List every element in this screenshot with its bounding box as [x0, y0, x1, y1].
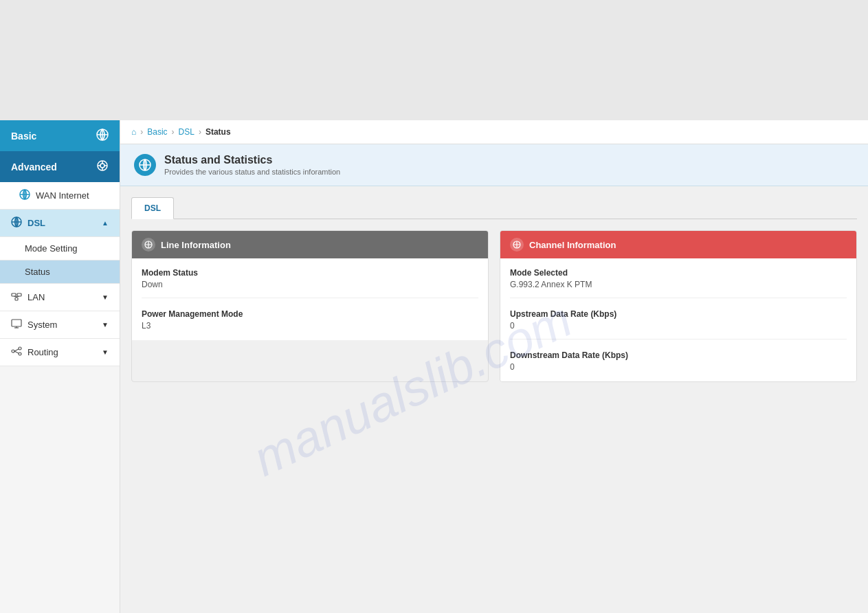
breadcrumb-dsl[interactable]: DSL: [179, 127, 194, 137]
advanced-icon: [96, 159, 109, 174]
page-subtitle: Provides the various status and statisti…: [164, 168, 340, 176]
line-info-header: Line Information: [132, 231, 488, 258]
svg-point-26: [19, 353, 21, 355]
dsl-label: DSL: [27, 218, 45, 228]
page-header-icon: [134, 154, 156, 176]
svg-rect-20: [17, 293, 21, 296]
routing-label: Routing: [27, 347, 58, 357]
sidebar-section-routing[interactable]: Routing ▼: [0, 339, 120, 366]
upstream-rate-label: Upstream Data Rate (Kbps): [510, 309, 847, 319]
mode-selected-value: G.993.2 Annex K PTM: [510, 280, 847, 289]
modem-status-label: Modem Status: [142, 268, 478, 278]
sidebar: Basic Advanced: [0, 120, 120, 613]
downstream-rate-value: 0: [510, 362, 847, 372]
routing-chevron-icon: ▼: [102, 348, 109, 356]
sidebar-item-wan-internet[interactable]: WAN Internet: [0, 182, 120, 210]
tab-dsl[interactable]: DSL: [131, 197, 174, 219]
channel-info-title: Channel Information: [529, 240, 616, 250]
sidebar-section-system[interactable]: System ▼: [0, 311, 120, 339]
power-management-row: Power Management Mode L3: [142, 309, 478, 331]
sidebar-item-advanced[interactable]: Advanced: [0, 151, 120, 182]
svg-point-24: [12, 350, 14, 353]
svg-line-28: [14, 351, 19, 353]
power-mgmt-value: L3: [142, 321, 478, 331]
basic-icon: [96, 129, 109, 143]
system-icon: [11, 318, 22, 331]
tab-bar: DSL: [131, 197, 857, 219]
sidebar-item-basic[interactable]: Basic: [0, 120, 120, 151]
power-mgmt-label: Power Management Mode: [142, 309, 478, 319]
svg-rect-15: [12, 293, 16, 296]
basic-label: Basic: [11, 131, 36, 142]
status-label: Status: [25, 267, 50, 277]
downstream-rate-label: Downstream Data Rate (Kbps): [510, 350, 847, 360]
panels-row: Line Information Modem Status Down Power…: [131, 230, 857, 382]
upstream-rate-row: Upstream Data Rate (Kbps) 0: [510, 309, 847, 339]
breadcrumb-sep2: ›: [172, 127, 175, 137]
upstream-rate-value: 0: [510, 321, 847, 331]
mode-selected-label: Mode Selected: [510, 268, 847, 278]
channel-info-header: Channel Information: [500, 231, 856, 258]
breadcrumb-basic[interactable]: Basic: [147, 127, 167, 137]
dsl-chevron-icon: ▲: [102, 219, 109, 227]
breadcrumb-sep1: ›: [140, 127, 143, 137]
advanced-label: Advanced: [11, 161, 57, 172]
svg-point-4: [100, 164, 104, 168]
home-icon[interactable]: ⌂: [131, 127, 136, 137]
breadcrumb-sep3: ›: [199, 127, 201, 137]
page-header: Status and Statistics Provides the vario…: [120, 144, 868, 186]
main-content: ⌂ › Basic › DSL › Status: [120, 120, 868, 613]
breadcrumb-status: Status: [205, 127, 231, 137]
routing-icon: [11, 346, 22, 359]
line-information-panel: Line Information Modem Status Down Power…: [131, 230, 489, 382]
channel-info-icon: [510, 238, 524, 252]
svg-rect-21: [12, 320, 21, 326]
sidebar-item-status[interactable]: Status: [0, 260, 120, 284]
page-title: Status and Statistics: [164, 154, 340, 166]
wan-internet-label: WAN Internet: [36, 190, 89, 201]
channel-information-panel: Channel Information Mode Selected G.993.…: [500, 230, 857, 382]
svg-line-27: [14, 349, 19, 351]
modem-status-row: Modem Status Down: [142, 268, 478, 298]
system-chevron-icon: ▼: [102, 321, 109, 328]
breadcrumb: ⌂ › Basic › DSL › Status: [120, 120, 868, 144]
page-header-text: Status and Statistics Provides the vario…: [164, 154, 340, 176]
channel-info-body: Mode Selected G.993.2 Annex K PTM Upstre…: [500, 258, 856, 381]
line-info-title: Line Information: [161, 240, 231, 250]
sidebar-section-dsl[interactable]: DSL ▲: [0, 210, 120, 237]
sidebar-section-lan[interactable]: LAN ▼: [0, 284, 120, 311]
line-info-body: Modem Status Down Power Management Mode …: [132, 258, 488, 340]
wan-internet-icon: [19, 189, 30, 202]
downstream-rate-row: Downstream Data Rate (Kbps) 0: [510, 350, 847, 372]
system-label: System: [27, 320, 57, 330]
lan-chevron-icon: ▼: [102, 293, 109, 301]
lan-label: LAN: [27, 292, 45, 302]
content-area: DSL: [120, 186, 868, 393]
svg-point-25: [19, 347, 21, 350]
svg-rect-16: [15, 298, 18, 300]
dsl-icon: [11, 216, 22, 230]
mode-selected-row: Mode Selected G.993.2 Annex K PTM: [510, 268, 847, 298]
svg-line-18: [14, 296, 16, 297]
modem-status-value: Down: [142, 280, 478, 289]
sidebar-item-mode-setting[interactable]: Mode Setting: [0, 237, 120, 260]
line-info-icon: [142, 238, 155, 252]
mode-setting-label: Mode Setting: [25, 243, 78, 254]
lan-icon: [11, 291, 22, 304]
